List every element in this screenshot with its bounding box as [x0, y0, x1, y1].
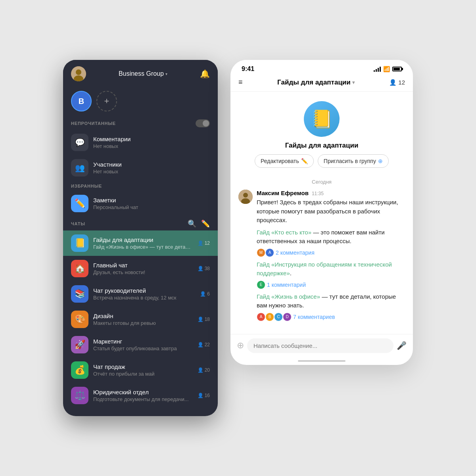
chat-item[interactable]: 🚀 Маркетинг Статья будет опубликована за…	[63, 332, 218, 357]
chat-item[interactable]: 📚 Чат руководителей Встреча назначена в …	[63, 281, 218, 307]
unread-toggle[interactable]	[196, 119, 210, 127]
chat-avatar-icon: 🎨	[71, 311, 88, 328]
right-header: ≡ Гайды для адаптации ▾ 👤 12	[230, 75, 413, 92]
chat-preview: Встреча назначена в среду, 12 мск	[93, 295, 195, 301]
thread-avatar: A	[257, 313, 265, 321]
person-icon: 👤	[198, 266, 203, 271]
thread-3-avatars: A B C D 7 комментариев	[257, 313, 405, 321]
user-avatar[interactable]	[71, 66, 86, 81]
edit-button[interactable]: Редактировать ✏️	[255, 154, 314, 168]
chat-list: 📒 Гайды для адаптации Гайд «Жизнь в офис…	[63, 230, 218, 408]
invite-button[interactable]: Пригласить в группу ⊕	[318, 154, 389, 168]
members-name: Участники	[93, 161, 210, 168]
chat-avatar-icon: 💰	[71, 361, 88, 379]
message-block: Максим Ефремов 11:35 Привет! Здесь в тре…	[238, 190, 405, 321]
microphone-icon[interactable]: 🎤	[397, 341, 407, 350]
notes-icon: ✏️	[71, 195, 88, 212]
thread-2-comments[interactable]: 1 комментарий	[267, 282, 306, 288]
date-separator: Сегодня	[238, 174, 405, 190]
workspace-title[interactable]: Business Group ▾	[119, 70, 167, 77]
message-input[interactable]	[247, 338, 393, 353]
chats-label: ЧАТЫ	[71, 221, 85, 226]
comments-item[interactable]: 💬 Комментарии Нет новых	[63, 130, 218, 155]
chat-item[interactable]: 💰 Чат продаж Отчёт по прибыли за май 👤 2…	[63, 357, 218, 383]
search-icon[interactable]: 🔍	[188, 219, 196, 228]
members-item[interactable]: 👥 Участники Нет новых	[63, 155, 218, 180]
notifications-icon[interactable]: 🔔	[200, 69, 210, 79]
chat-item[interactable]: ⚖️ Юридический отдел Подготовьте докумен…	[63, 383, 218, 408]
chat-preview: Макеты готовы для ревью	[93, 320, 193, 326]
channel-hero: 📒 Гайды для адаптации Редактировать ✏️ П…	[238, 92, 405, 174]
signal-icon	[374, 66, 381, 72]
comments-preview: Нет новых	[93, 143, 210, 149]
chat-item[interactable]: 🏠 Главный чат Друзья, есть новости! 👤 38	[63, 256, 218, 281]
message-header: Максим Ефремов 11:35	[257, 190, 405, 196]
thread-avatar: E	[257, 280, 265, 289]
chat-item[interactable]: 🎨 Дизайн Макеты готовы для ревью 👤 18	[63, 307, 218, 332]
thread-1-comments[interactable]: 2 комментария	[276, 250, 315, 256]
battery-icon	[392, 67, 402, 71]
thread-1-link[interactable]: Гайд «Кто есть кто»	[257, 229, 311, 236]
person-icon: 👤	[198, 342, 203, 347]
menu-icon[interactable]: ≡	[238, 78, 243, 86]
thread-3-link[interactable]: Гайд «Жизнь в офисе»	[257, 293, 320, 300]
channel-title-header[interactable]: Гайды для адаптации ▾	[277, 79, 355, 86]
notes-name: Заметки	[93, 197, 210, 203]
chat-name: Главный чат	[93, 262, 193, 269]
favorites-label: ИЗБРАННЫЕ	[63, 180, 218, 191]
thread-2: Гайд «Инструкция по обращениям к техниче…	[257, 260, 405, 289]
chat-preview: Друзья, есть новости!	[93, 269, 193, 275]
members-icon: 👥	[71, 159, 88, 177]
member-count: 👤 22	[198, 342, 210, 347]
left-panel: Business Group ▾ 🔔 B + НЕПРОЧИТАННЫЕ 💬 К…	[63, 60, 218, 416]
thread-avatar: C	[274, 313, 283, 321]
person-icon: 👤	[198, 317, 203, 322]
chat-preview: Отчёт по прибыли за май	[93, 371, 193, 377]
chevron-down-icon: ▾	[165, 72, 167, 76]
channel-actions: Редактировать ✏️ Пригласить в группу ⊕	[255, 154, 389, 168]
members-preview: Нет новых	[93, 169, 210, 175]
thread-2-link[interactable]: Гайд «Инструкция по обращениям к техниче…	[257, 261, 392, 277]
member-count: 👤 12	[198, 240, 210, 246]
chat-avatar-icon: ⚖️	[71, 387, 88, 404]
message-avatar	[238, 190, 253, 204]
status-icons: 📶	[374, 66, 402, 72]
thread-3: Гайд «Жизнь в офисе» — тут все детали, к…	[257, 292, 405, 321]
thread-avatar: A	[265, 248, 274, 257]
chats-section-header: ЧАТЫ 🔍 ✏️	[63, 216, 218, 230]
comments-name: Комментарии	[93, 136, 210, 142]
workspace-name: Business Group	[119, 70, 164, 77]
chat-name: Гайды для адаптации	[93, 236, 193, 243]
chat-item[interactable]: 📒 Гайды для адаптации Гайд «Жизнь в офис…	[63, 230, 218, 256]
stories-row: B +	[63, 86, 218, 116]
chat-preview: Статья будет опубликована завтра	[93, 345, 193, 351]
thread-2-avatars: E 1 комментарий	[257, 280, 405, 289]
svg-point-4	[243, 193, 248, 198]
attach-icon[interactable]: ⊕	[237, 340, 244, 351]
channel-name-big: Гайды для адаптации	[285, 142, 359, 150]
chat-name: Юридический отдел	[93, 389, 193, 395]
member-count: 👤 6	[200, 291, 210, 297]
notes-item[interactable]: ✏️ Заметки Персональный чат	[63, 191, 218, 216]
person-icon: 👤	[389, 79, 397, 86]
svg-point-1	[76, 69, 81, 75]
member-count: 👤 38	[198, 266, 210, 271]
thread-1-avatars: M A 2 комментария	[257, 248, 405, 257]
message-time: 11:35	[312, 191, 324, 196]
thread-3-comments[interactable]: 7 комментариев	[293, 314, 335, 320]
members-count-header[interactable]: 👤 12	[389, 79, 405, 86]
left-header: Business Group ▾ 🔔	[63, 60, 218, 86]
add-chat-icon[interactable]: ✏️	[201, 219, 210, 228]
chat-preview: Гайд «Жизнь в офисе» — тут все детали...	[93, 244, 193, 250]
chat-avatar-icon: 📚	[71, 285, 88, 303]
right-panel: 9:41 📶 ≡ Гайды для адаптации ▾	[230, 60, 413, 365]
add-story-button[interactable]: +	[96, 91, 117, 111]
message-text: Привет! Здесь в тредах собраны наши инст…	[257, 198, 405, 225]
person-icon: 👤	[198, 240, 203, 246]
chat-name: Чат руководителей	[93, 287, 195, 294]
story-b[interactable]: B	[71, 91, 92, 111]
input-bar: ⊕ 🎤	[230, 334, 413, 357]
chat-name: Маркетинг	[93, 338, 193, 345]
thread-2-suffix: .	[290, 270, 292, 276]
wifi-icon: 📶	[383, 66, 390, 72]
